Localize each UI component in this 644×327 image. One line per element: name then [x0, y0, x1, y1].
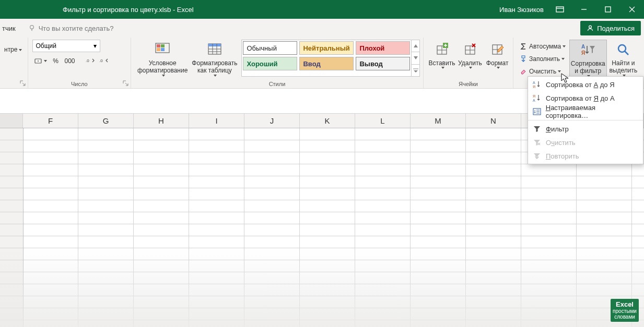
svg-rect-16	[157, 48, 160, 51]
gallery-scroll	[411, 40, 419, 76]
autosum-button[interactable]: Автосумма	[518, 41, 569, 52]
fill-button[interactable]: Заполнить	[518, 53, 569, 65]
number-group-label: Число	[28, 81, 131, 87]
menu-separator	[528, 120, 643, 120]
share-button[interactable]: Поделиться	[580, 21, 641, 35]
svg-point-8	[589, 26, 592, 28]
sigma-icon	[520, 43, 527, 50]
column-header[interactable]: H	[134, 114, 189, 128]
increase-decimal-button[interactable]: .0	[84, 55, 97, 67]
svg-text:Я: Я	[581, 50, 585, 56]
cells-group-label: Ячейки	[424, 81, 513, 87]
column-header[interactable]: J	[244, 114, 300, 128]
select-all-corner[interactable]	[0, 114, 23, 128]
format-as-table-button[interactable]: Форматировать как таблицу	[190, 40, 239, 77]
svg-rect-14	[157, 44, 160, 47]
conditional-formatting-button[interactable]: Условное форматирование	[135, 40, 190, 77]
style-normal[interactable]: Обычный	[243, 41, 297, 55]
titlebar: Фильтр и сортировка по цвету.xlsb - Exce…	[0, 0, 644, 19]
decrease-decimal-icon: .0	[99, 57, 109, 65]
svg-rect-19	[208, 44, 221, 46]
alignment-launcher-icon[interactable]	[19, 79, 26, 87]
format-cells-icon	[490, 41, 504, 58]
find-select-icon	[616, 41, 630, 58]
style-bad[interactable]: Плохой	[356, 41, 410, 55]
sort-filter-menu: АЯ Сортировка от А до Я ЯА Сортировка от…	[528, 76, 643, 164]
sort-filter-button[interactable]: АЯ Сортировка и фильтр	[569, 40, 607, 78]
cell-styles-gallery[interactable]: Обычный Нейтральный Плохой Хороший Ввод …	[241, 40, 420, 77]
style-neutral[interactable]: Нейтральный	[299, 41, 354, 55]
user-name[interactable]: Иван Зюзиков	[499, 6, 544, 14]
sort-descending-icon: ЯА	[531, 94, 543, 102]
share-label: Поделиться	[597, 25, 635, 32]
delete-cells-button[interactable]: Удалить	[456, 40, 484, 69]
column-header[interactable]: L	[355, 114, 411, 128]
menu-sort-a-to-z[interactable]: АЯ Сортировка от А до Я	[528, 78, 643, 91]
accounting-format-button[interactable]	[32, 55, 49, 67]
fill-down-icon	[520, 55, 527, 63]
format-cells-button[interactable]: Формат	[484, 40, 511, 69]
conditional-formatting-icon	[155, 41, 170, 58]
format-as-table-icon	[207, 41, 223, 58]
svg-text:Я: Я	[533, 85, 535, 89]
increase-decimal-icon: .0	[86, 57, 95, 65]
svg-text:А: А	[533, 99, 535, 102]
column-header[interactable]: G	[78, 114, 134, 128]
svg-text:А: А	[533, 81, 535, 84]
alignment-group: нтре	[0, 38, 28, 88]
svg-text:.0: .0	[86, 58, 89, 63]
funnel-clear-icon	[531, 139, 543, 146]
svg-rect-39	[522, 56, 525, 58]
clear-button[interactable]: Очистить	[518, 66, 569, 77]
gallery-down-button[interactable]	[411, 52, 419, 64]
close-button[interactable]	[620, 0, 644, 19]
gallery-more-button[interactable]	[411, 64, 419, 76]
column-header[interactable]: K	[300, 114, 355, 128]
menu-label: Сортировка от Я до А	[546, 94, 615, 102]
number-launcher-icon[interactable]	[122, 79, 129, 87]
style-input[interactable]: Ввод	[299, 57, 354, 70]
column-header[interactable]: M	[411, 114, 466, 128]
menu-custom-sort[interactable]: Настраиваемая сортировка…	[528, 105, 643, 118]
person-icon	[587, 25, 594, 32]
percent-button[interactable]: %	[50, 55, 62, 67]
ribbon-display-options-icon[interactable]	[548, 0, 572, 19]
menu-sort-z-to-a[interactable]: ЯА Сортировка от Я до А	[528, 91, 643, 105]
svg-text:А: А	[581, 44, 585, 50]
menu-reapply-filter: Повторить	[528, 149, 643, 163]
style-output[interactable]: Вывод	[356, 57, 410, 70]
column-header[interactable]: N	[466, 114, 521, 128]
svg-rect-15	[161, 44, 165, 47]
column-header[interactable]: I	[189, 114, 244, 128]
tab-fragment[interactable]: тчик	[0, 25, 16, 32]
number-group: Общий ▾ % 000 .0 .0 Число	[28, 38, 132, 88]
menu-filter[interactable]: Фильтр	[528, 122, 643, 136]
style-good[interactable]: Хороший	[243, 57, 297, 70]
lightbulb-icon	[28, 25, 36, 32]
cells-group: Вставить Удалить Формат Ячейки	[424, 38, 513, 88]
find-select-button[interactable]: Найти и выделить	[607, 40, 640, 78]
gallery-up-button[interactable]	[411, 40, 419, 52]
insert-cells-button[interactable]: Вставить	[428, 40, 456, 69]
menu-label: Сортировка от А до Я	[546, 81, 615, 89]
channel-watermark: Excel простыми словами	[611, 299, 639, 322]
svg-point-42	[618, 45, 626, 52]
menu-label: Фильтр	[546, 125, 569, 133]
tell-me-search[interactable]: Что вы хотите сделать?	[28, 25, 114, 32]
number-format-dropdown[interactable]: Общий ▾	[32, 40, 100, 52]
svg-text:Я: Я	[533, 94, 535, 98]
tell-me-placeholder: Что вы хотите сделать?	[39, 25, 114, 32]
decrease-decimal-button[interactable]: .0	[98, 55, 110, 67]
svg-line-43	[625, 51, 628, 55]
comma-style-button[interactable]: 000	[63, 55, 77, 67]
menu-label: Очистить	[546, 139, 576, 147]
maximize-button[interactable]	[596, 0, 620, 19]
funnel-icon	[531, 125, 543, 132]
menu-label: Настраиваемая сортировка…	[546, 104, 639, 119]
column-header[interactable]: F	[23, 114, 78, 128]
menu-clear-filter: Очистить	[528, 136, 643, 149]
merge-center-button[interactable]: нтре	[4, 40, 24, 53]
minimize-button[interactable]	[572, 0, 596, 19]
sort-ascending-icon: АЯ	[531, 80, 543, 89]
svg-rect-17	[161, 48, 165, 51]
